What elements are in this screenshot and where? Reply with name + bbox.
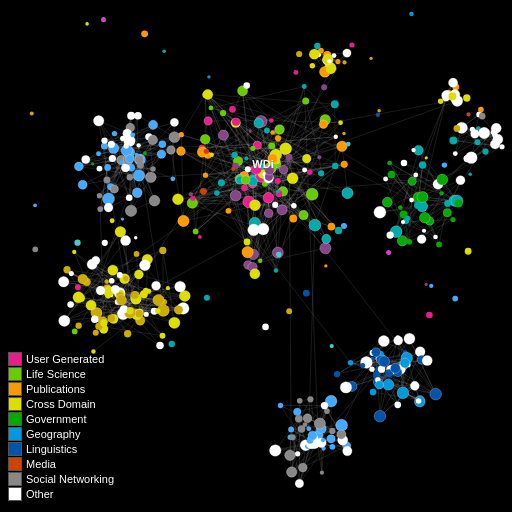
legend-color-swatch [8,382,22,396]
legend-item: Government [8,412,114,426]
legend-item: User Generated [8,352,114,366]
legend-color-swatch [8,487,22,501]
legend-item-label: Publications [26,382,85,396]
legend-color-swatch [8,472,22,486]
legend-item-label: Life Science [26,367,86,381]
legend-color-swatch [8,397,22,411]
legend-item: Geography [8,427,114,441]
legend-item-label: Government [26,412,87,426]
legend: User Generated Life Science Publications… [8,352,114,502]
legend-item-label: Media [26,457,56,471]
legend-item: Other [8,487,114,501]
legend-item-label: Geography [26,427,80,441]
legend-color-swatch [8,457,22,471]
legend-item: Media [8,457,114,471]
legend-item: Social Networking [8,472,114,486]
legend-item: Life Science [8,367,114,381]
legend-item-label: Other [26,487,54,501]
legend-item-label: User Generated [26,352,104,366]
legend-item: Publications [8,382,114,396]
legend-item-label: Social Networking [26,472,114,486]
legend-color-swatch [8,427,22,441]
legend-item: Cross Domain [8,397,114,411]
legend-color-swatch [8,367,22,381]
legend-color-swatch [8,442,22,456]
legend-item-label: Cross Domain [26,397,96,411]
legend-color-swatch [8,352,22,366]
legend-item: Linguistics [8,442,114,456]
legend-item-label: Linguistics [26,442,77,456]
legend-color-swatch [8,412,22,426]
